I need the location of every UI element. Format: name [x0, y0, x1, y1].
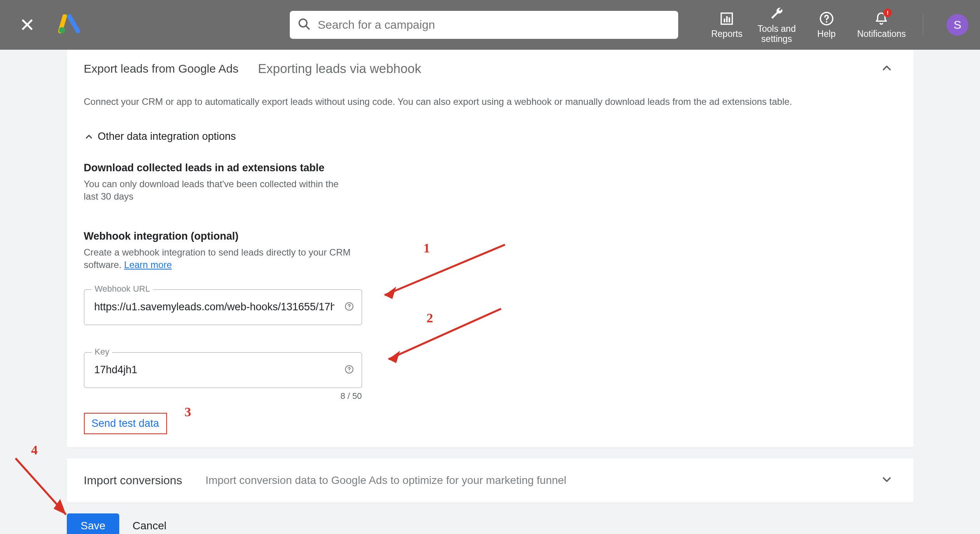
nav-reports[interactable]: Reports — [709, 11, 744, 39]
send-test-data-button[interactable]: Send test data — [84, 413, 167, 434]
chevron-down-icon — [880, 473, 893, 486]
svg-point-8 — [826, 21, 827, 23]
webhook-key-field: Key — [84, 352, 362, 388]
header-nav: Reports Tools and settings — [709, 6, 968, 44]
cancel-button[interactable]: Cancel — [132, 520, 166, 532]
bar-chart-icon — [719, 11, 734, 26]
nav-tools-settings[interactable]: Tools and settings — [757, 6, 795, 44]
svg-rect-4 — [724, 19, 725, 23]
collapse-toggle[interactable] — [877, 58, 896, 79]
app-header: ✕ — [0, 0, 980, 50]
svg-point-12 — [348, 370, 349, 371]
webhook-key-input[interactable] — [84, 352, 362, 388]
svg-point-0 — [59, 27, 65, 33]
webhook-key-label: Key — [92, 347, 113, 357]
bell-icon: ! — [874, 11, 889, 26]
search-icon — [298, 17, 311, 32]
avatar-letter: S — [954, 18, 961, 31]
import-title: Import conversions — [84, 474, 182, 487]
nav-label: Reports — [711, 29, 743, 39]
card-subtitle: Exporting leads via webhook — [258, 61, 421, 76]
card-title: Export leads from Google Ads — [84, 62, 239, 75]
nav-label: Notifications — [857, 29, 906, 39]
avatar[interactable]: S — [947, 14, 968, 36]
chevron-up-icon — [880, 61, 893, 75]
webhook-url-input[interactable] — [84, 289, 362, 325]
chevron-up-icon — [84, 132, 94, 142]
webhook-heading: Webhook integration (optional) — [84, 230, 896, 242]
help-icon — [819, 11, 834, 26]
svg-rect-6 — [729, 17, 730, 23]
card-description: Connect your CRM or app to automatically… — [84, 82, 896, 111]
other-options-label: Other data integration options — [98, 130, 236, 143]
expand-toggle[interactable] — [877, 470, 896, 491]
download-heading: Download collected leads in ad extension… — [84, 162, 896, 174]
wrench-icon — [769, 6, 784, 21]
export-leads-card: Export leads from Google Ads Exporting l… — [67, 50, 914, 447]
svg-line-2 — [306, 26, 309, 29]
webhook-body: Create a webhook integration to send lea… — [84, 246, 367, 271]
annotation-number-3: 3 — [185, 405, 191, 419]
nav-notifications[interactable]: ! Notifications — [857, 11, 906, 39]
annotation-number-1: 1 — [423, 241, 430, 256]
close-icon[interactable]: ✕ — [16, 14, 39, 36]
webhook-url-field: Webhook URL — [84, 289, 362, 325]
nav-label: Help — [817, 29, 836, 39]
annotation-number-2: 2 — [426, 311, 433, 325]
svg-rect-5 — [726, 16, 728, 22]
search-input[interactable] — [318, 18, 670, 31]
google-ads-logo-icon — [58, 14, 80, 35]
save-button[interactable]: Save — [67, 513, 120, 534]
download-body: You can only download leads that've been… — [84, 178, 352, 203]
annotation-number-4: 4 — [31, 443, 38, 457]
import-subtitle: Import conversion data to Google Ads to … — [205, 474, 566, 487]
svg-point-10 — [348, 308, 349, 308]
import-conversions-card[interactable]: Import conversions Import conversion dat… — [67, 458, 914, 503]
nav-label: Tools and settings — [757, 24, 795, 44]
webhook-url-label: Webhook URL — [92, 284, 153, 294]
other-options-toggle[interactable]: Other data integration options — [84, 111, 896, 146]
notification-badge: ! — [883, 9, 892, 17]
key-char-count: 8 / 50 — [84, 391, 362, 401]
webhook-body-text: Create a webhook integration to send lea… — [84, 247, 351, 270]
help-icon[interactable] — [344, 301, 354, 313]
form-actions: Save Cancel — [67, 513, 914, 534]
help-icon[interactable] — [344, 364, 354, 376]
header-divider — [923, 14, 923, 36]
nav-help[interactable]: Help — [809, 11, 844, 39]
search-box[interactable] — [290, 11, 678, 39]
learn-more-link[interactable]: Learn more — [124, 259, 172, 270]
